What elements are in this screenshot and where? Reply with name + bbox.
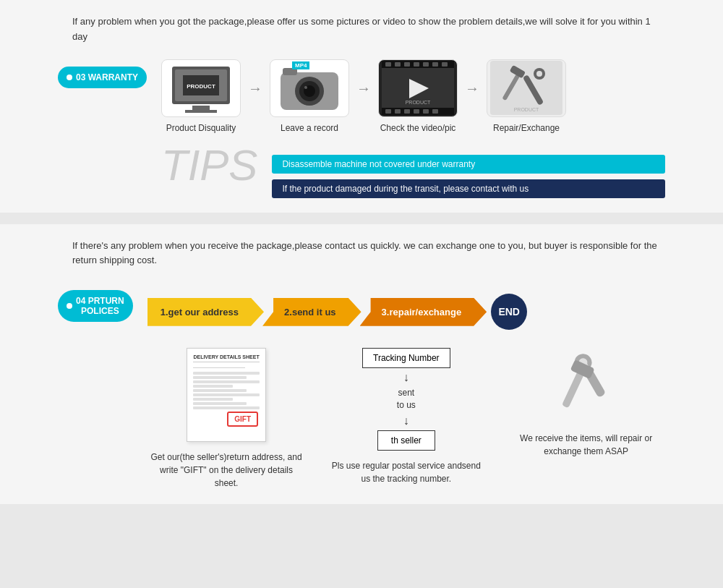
tip-2: If the product damaged during the transi… bbox=[272, 179, 665, 198]
warranty-intro-text: If any problem when you got the package,… bbox=[72, 14, 665, 45]
return-cards: DELIVERY DETAILS SHEET ———————————— bbox=[147, 348, 665, 490]
step3-text: 3.repair/exchange bbox=[382, 307, 462, 318]
warranty-steps: PRODUCT Product Disquality → MP4 bbox=[161, 59, 665, 133]
hammer bbox=[555, 359, 595, 412]
svg-rect-5 bbox=[185, 110, 217, 113]
svg-rect-20 bbox=[442, 62, 448, 67]
return-badge-dot bbox=[67, 303, 72, 309]
tracking-img: Tracking Number ↓ sentto us ↓ th seller bbox=[362, 348, 450, 451]
svg-text:PRODUCT: PRODUCT bbox=[514, 107, 539, 112]
step3-box: 3.repair/exchange bbox=[360, 298, 487, 326]
warranty-step-2: MP4 Leave a record bbox=[270, 59, 349, 133]
line-9 bbox=[193, 406, 260, 409]
line-2 bbox=[193, 376, 247, 379]
product-disquality-icon: PRODUCT bbox=[161, 59, 241, 117]
arrow-2: → bbox=[356, 80, 371, 97]
video-svg: PRODUCT bbox=[382, 61, 454, 115]
return-step-2: 2.send it us bbox=[262, 298, 362, 326]
arrow-1: → bbox=[248, 80, 262, 97]
return-badge: 04 PRTURN POLICES bbox=[58, 290, 133, 322]
svg-rect-22 bbox=[385, 109, 391, 114]
step2-text: 2.send it us bbox=[284, 307, 336, 318]
seller-box: th seller bbox=[377, 430, 435, 451]
end-label: END bbox=[498, 306, 520, 318]
repair-svg: PRODUCT bbox=[490, 61, 562, 115]
return-intro-text: If there's any problem when you receive … bbox=[72, 239, 665, 269]
svg-text:PRODUCT: PRODUCT bbox=[406, 100, 431, 105]
svg-rect-25 bbox=[414, 109, 419, 114]
svg-rect-23 bbox=[395, 109, 401, 114]
return-card-1: DELIVERY DETAILS SHEET ———————————— bbox=[147, 348, 306, 490]
line-4 bbox=[193, 385, 233, 388]
line-1 bbox=[193, 372, 260, 375]
tracking-arrow-down: ↓ bbox=[403, 372, 409, 383]
return-step-3: 3.repair/exchange bbox=[360, 298, 487, 326]
delivery-sheet: DELIVERY DETAILS SHEET ———————————— bbox=[187, 348, 266, 442]
return-process-steps: 1.get our address 2.send it us 3.repair/… bbox=[147, 294, 665, 330]
svg-point-11 bbox=[304, 86, 307, 89]
svg-rect-27 bbox=[432, 109, 438, 114]
tracking-arrow-down-2: ↓ bbox=[403, 415, 409, 427]
line-5 bbox=[193, 389, 247, 392]
svg-rect-14 bbox=[385, 62, 391, 67]
tracking-diagram: Tracking Number ↓ sentto us ↓ th seller bbox=[362, 348, 450, 451]
return-card-2: Tracking Number ↓ sentto us ↓ th seller … bbox=[327, 348, 485, 485]
warranty-content: PRODUCT Product Disquality → MP4 bbox=[161, 59, 665, 198]
line-3 bbox=[193, 380, 260, 383]
svg-text:PRODUCT: PRODUCT bbox=[187, 83, 215, 90]
seller-label: th seller bbox=[391, 435, 422, 446]
card2-text: Pls use regular postal service andsend u… bbox=[327, 459, 485, 485]
badge-dot bbox=[67, 74, 72, 80]
sent-to-us-label: sentto us bbox=[397, 387, 416, 412]
return-header: 04 PRTURN POLICES 1.get our address 2.se… bbox=[58, 283, 665, 490]
repair-icon: PRODUCT bbox=[487, 59, 566, 117]
svg-rect-15 bbox=[395, 62, 401, 67]
tracking-number-label: Tracking Number bbox=[373, 353, 440, 363]
step1-box: 1.get our address bbox=[147, 298, 264, 326]
tip-1: Disassemble machine not covered under wa… bbox=[272, 155, 665, 174]
return-section: If there's any problem when you receive … bbox=[0, 224, 723, 505]
step2-box: 2.send it us bbox=[262, 298, 362, 326]
warranty-step-4: PRODUCT Repair/Exchange bbox=[487, 59, 566, 133]
warranty-header: 03 WARRANTY PRODUCT bbox=[58, 59, 665, 198]
step2-label: Leave a record bbox=[281, 123, 338, 133]
card3-text: We receive the items, will repair or exc… bbox=[507, 432, 665, 458]
svg-rect-16 bbox=[404, 62, 410, 67]
delivery-subtitle: ———————————— bbox=[193, 365, 260, 370]
line-7 bbox=[193, 398, 233, 401]
tools-svg bbox=[550, 348, 623, 420]
video-icon: PRODUCT bbox=[378, 59, 458, 117]
warranty-section: If any problem when you got the package,… bbox=[0, 0, 723, 213]
return-content: 1.get our address 2.send it us 3.repair/… bbox=[147, 283, 665, 490]
line-8 bbox=[193, 402, 247, 405]
return-card-3: We receive the items, will repair or exc… bbox=[507, 348, 665, 458]
step3-label: Check the video/pic bbox=[380, 123, 456, 133]
tips-title: TIPS bbox=[161, 144, 257, 187]
svg-rect-26 bbox=[423, 109, 429, 114]
warranty-badge-label: 03 WARRANTY bbox=[76, 72, 138, 82]
camera-icon: MP4 bbox=[270, 59, 349, 117]
step4-label: Repair/Exchange bbox=[493, 123, 560, 133]
delivery-sheet-title: DELIVERY DETAILS SHEET bbox=[193, 354, 260, 362]
delivery-sheet-img: DELIVERY DETAILS SHEET ———————————— bbox=[187, 348, 266, 442]
mp4-badge: MP4 bbox=[292, 61, 309, 69]
card1-text: Get our(the seller's)return address, and… bbox=[147, 451, 306, 490]
line-6 bbox=[193, 393, 260, 396]
section-divider bbox=[0, 218, 723, 224]
warranty-step-1: PRODUCT Product Disquality bbox=[161, 59, 241, 133]
warranty-step-3: PRODUCT Check the video/pic bbox=[378, 59, 458, 133]
product-svg: PRODUCT bbox=[165, 61, 237, 115]
step1-label: Product Disquality bbox=[166, 123, 236, 133]
tips-section: TIPS Disassemble machine not covered und… bbox=[161, 148, 665, 198]
end-circle: END bbox=[491, 294, 527, 330]
tracking-number-box: Tracking Number bbox=[362, 348, 450, 368]
return-step-1: 1.get our address bbox=[147, 298, 264, 326]
svg-rect-18 bbox=[423, 62, 429, 67]
gift-badge: GIFT bbox=[227, 412, 258, 427]
warranty-badge: 03 WARRANTY bbox=[58, 67, 147, 88]
return-badge-label: 04 PRTURN POLICES bbox=[76, 296, 124, 316]
tips-notes: Disassemble machine not covered under wa… bbox=[272, 155, 665, 198]
svg-rect-24 bbox=[404, 109, 410, 114]
svg-rect-17 bbox=[414, 62, 419, 67]
svg-rect-4 bbox=[192, 106, 210, 110]
